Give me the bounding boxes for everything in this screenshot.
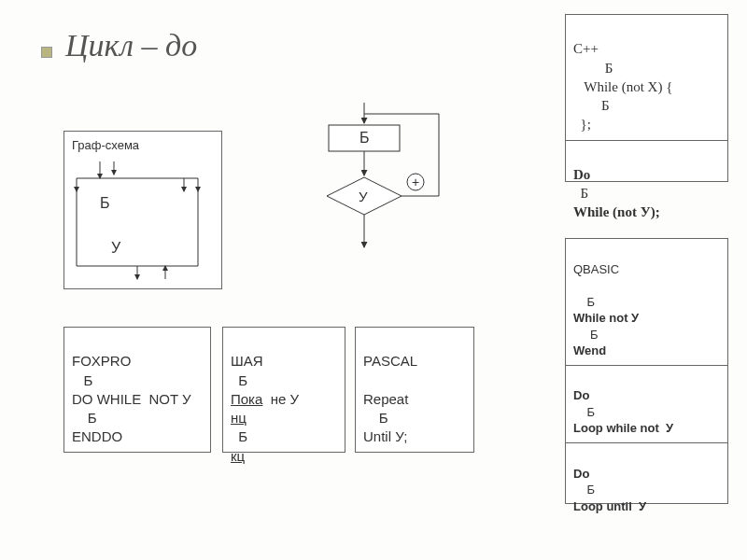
- qbasic-a3: Б: [573, 328, 599, 342]
- qbasic-c2: Б: [573, 483, 595, 497]
- foxpro-l4: ENDDO: [72, 428, 122, 444]
- qbasic-a4: Wend: [573, 343, 606, 357]
- shaya-box: ШАЯ Б Пока не У нц Б кц: [222, 327, 345, 453]
- title-bullet: [41, 47, 52, 58]
- cpp-b1: Do: [573, 167, 590, 182]
- qbasic-box: QBASIC Б While not У Б Wend Do Б Loop wh…: [565, 238, 728, 504]
- pascal-box: PASCAL Repeat Б Until У;: [355, 327, 474, 453]
- shaya-l2a: Пока: [231, 391, 262, 407]
- foxpro-box: FOXPRO Б DO WHILE NOT У Б ENDDO: [63, 327, 211, 453]
- cpp-a1: Б: [573, 61, 613, 76]
- flow-b: Б: [359, 130, 370, 146]
- shaya-l5: кц: [231, 448, 245, 464]
- qbasic-c1: Do: [573, 467, 589, 481]
- flow-u: У: [359, 189, 368, 204]
- shaya-name: ШАЯ: [231, 353, 263, 369]
- foxpro-l2: DO WHILE NOT У: [72, 391, 191, 407]
- flowchart: Б У +: [271, 103, 476, 261]
- cpp-name: С++: [573, 41, 599, 56]
- qbasic-a1: Б: [573, 295, 595, 309]
- foxpro-l3: Б: [72, 410, 97, 426]
- pascal-l2: Repeat: [363, 391, 408, 407]
- shaya-l3: нц: [231, 410, 247, 426]
- pascal-name: PASCAL: [363, 353, 417, 369]
- cpp-box: С++ Б While (not X) { Б }; Do Б While (n…: [565, 14, 728, 182]
- qbasic-c3: Loop until У: [573, 499, 646, 513]
- page-title: Цикл – до: [65, 28, 197, 63]
- qbasic-b3: Loop while not У: [573, 421, 673, 435]
- qbasic-div1: [566, 365, 727, 366]
- flow-plus: +: [412, 175, 419, 189]
- qbasic-a2: While not У: [573, 311, 639, 325]
- cpp-divider: [566, 140, 727, 141]
- graf-schema-diagram: Б У: [72, 161, 212, 283]
- shaya-l1: Б: [231, 372, 247, 388]
- qbasic-b2: Б: [573, 405, 595, 419]
- pascal-l3: Б: [363, 410, 388, 426]
- graf-u: У: [111, 240, 121, 256]
- foxpro-l1: Б: [72, 372, 92, 388]
- qbasic-name: QBASIC: [573, 262, 619, 276]
- cpp-a2: While (not X) {: [573, 79, 672, 94]
- cpp-a3: Б: [573, 98, 610, 113]
- graf-label: Граф-схема: [72, 137, 214, 154]
- cpp-b2: Б: [573, 186, 588, 201]
- pascal-l4: Until У;: [363, 428, 408, 444]
- graf-b: Б: [100, 195, 110, 211]
- qbasic-b1: Do: [573, 388, 589, 402]
- graf-schema-box: Граф-схема Б У: [63, 131, 222, 289]
- shaya-l2b: не У: [262, 391, 299, 407]
- qbasic-div2: [566, 442, 727, 443]
- foxpro-name: FOXPRO: [72, 353, 131, 369]
- cpp-b3: While (not У);: [573, 204, 660, 219]
- cpp-a4: };: [573, 117, 591, 132]
- shaya-l4: Б: [231, 428, 247, 444]
